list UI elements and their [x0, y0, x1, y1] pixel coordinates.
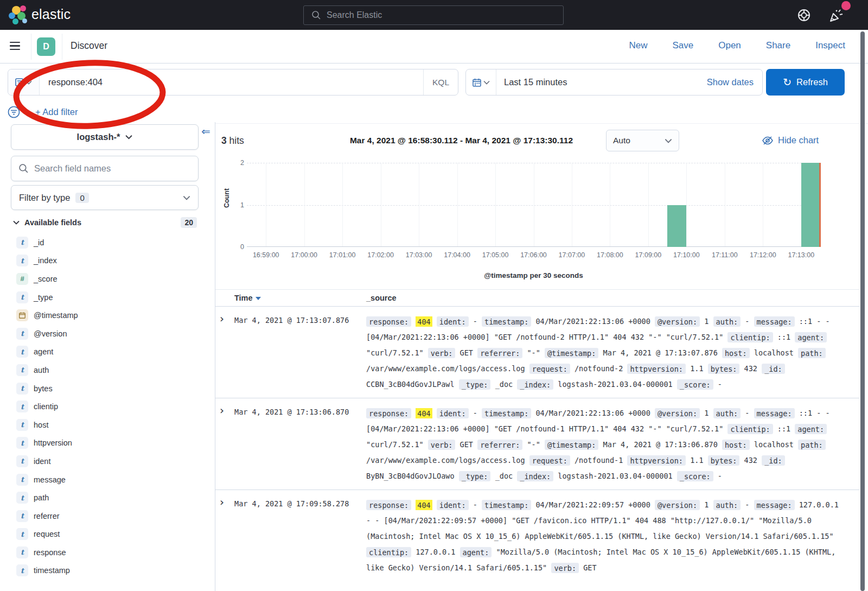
menu-icon[interactable] [10, 40, 20, 52]
histogram-bar[interactable] [801, 163, 820, 247]
sort-desc-icon [256, 297, 261, 300]
field-item-request[interactable]: trequest [16, 525, 201, 544]
source-field-name: _id: [762, 455, 785, 466]
field-item-response[interactable]: tresponse [16, 543, 201, 562]
source-field-name: _score: [677, 379, 713, 390]
expand-row-icon[interactable]: › [220, 495, 224, 509]
histogram-chart[interactable]: 21016:59:0017:00:0017:01:0017:02:0017:03… [247, 163, 820, 247]
field-item-_index[interactable]: t_index [16, 252, 201, 270]
collapse-sidebar-icon[interactable]: ⇐ [201, 125, 210, 138]
source-field-name: path: [798, 348, 826, 358]
field-item-bytes[interactable]: tbytes [16, 379, 201, 398]
x-axis-tick: 17:02:00 [367, 251, 394, 259]
field-item-@timestamp[interactable]: @timestamp [16, 306, 201, 325]
source-field-name: message: [754, 408, 795, 418]
table-row: ›Mar 4, 2021 @ 17:13:07.876response: 404… [215, 307, 860, 398]
chart-time-range: Mar 4, 2021 @ 16:58:30.112 - Mar 4, 2021… [324, 136, 598, 145]
filter-by-type-select[interactable]: Filter by type 0 [11, 185, 199, 210]
expand-row-icon[interactable]: › [220, 312, 224, 325]
nav-action-save[interactable]: Save [672, 40, 693, 51]
expand-row-icon[interactable]: › [220, 404, 224, 417]
field-item-message[interactable]: tmessage [16, 471, 201, 489]
field-item-ident[interactable]: tident [16, 452, 201, 471]
histogram-bar[interactable] [667, 205, 686, 247]
row-source: response: 404 ident: - timestamp: 04/Mar… [366, 405, 839, 484]
table-row: ›Mar 4, 2021 @ 17:09:58.278response: 404… [215, 490, 860, 581]
x-axis-tick: 17:05:00 [482, 251, 509, 259]
field-item-_score[interactable]: #_score [16, 270, 201, 288]
global-search-input[interactable]: Search Elastic [303, 5, 564, 25]
row-source: response: 404 ident: - timestamp: 04/Mar… [366, 314, 839, 392]
field-item-httpversion[interactable]: thttpversion [16, 434, 201, 453]
text-field-icon: t [16, 510, 28, 522]
field-search-placeholder: Search field names [34, 163, 111, 174]
source-field-name: _index: [517, 379, 553, 390]
source-value: ::1 [777, 424, 790, 433]
source-field-name: httpversion: [627, 455, 686, 466]
number-field-icon: # [16, 273, 28, 285]
source-field-name: referrer: [477, 348, 522, 358]
date-quick-menu-button[interactable] [466, 69, 496, 95]
nav-action-open[interactable]: Open [718, 40, 741, 51]
nav-actions: NewSaveOpenShareInspect [629, 40, 845, 51]
field-name: referrer [34, 512, 60, 520]
field-item-timestamp[interactable]: ttimestamp [16, 562, 201, 580]
field-name: _type [34, 293, 53, 302]
source-value: _doc [495, 380, 513, 389]
eye-slash-icon [762, 136, 774, 145]
source-value: 1 [704, 409, 709, 417]
field-search-input[interactable]: Search field names [11, 156, 199, 181]
text-field-icon: t [16, 419, 28, 431]
nav-action-inspect[interactable]: Inspect [815, 40, 845, 51]
field-item-@version[interactable]: t@version [16, 325, 201, 343]
help-icon[interactable] [796, 8, 812, 23]
brand-name: elastic [31, 7, 71, 22]
interval-select[interactable]: Auto [606, 130, 679, 151]
source-value: /notfound-1 [575, 456, 623, 465]
source-field-name: response: [366, 408, 411, 418]
source-field-name: clientip: [727, 332, 773, 342]
field-item-agent[interactable]: tagent [16, 343, 201, 361]
discover-app-icon[interactable]: D [37, 37, 55, 56]
x-axis-tick: 17:06:00 [520, 251, 547, 259]
source-field-name: agent: [460, 547, 492, 557]
source-value: ::1 [777, 333, 790, 341]
gridline [457, 163, 458, 247]
available-fields-header[interactable]: Available fields 20 [13, 215, 199, 230]
field-item-path[interactable]: tpath [16, 488, 201, 507]
gridline [495, 163, 496, 247]
nav-action-share[interactable]: Share [766, 40, 790, 51]
show-dates-button[interactable]: Show dates [707, 77, 762, 87]
field-item-clientip[interactable]: tclientip [16, 397, 201, 416]
refresh-button[interactable]: ↻ Refresh [766, 69, 845, 96]
source-value: GET [460, 440, 473, 449]
index-pattern-select[interactable]: logstash-* [11, 124, 199, 150]
nav-action-new[interactable]: New [629, 40, 647, 51]
text-field-icon: t [16, 346, 28, 358]
vertical-scrollbar[interactable] [860, 31, 865, 591]
field-item-auth[interactable]: tauth [16, 361, 201, 379]
field-item-_id[interactable]: t_id [16, 233, 201, 252]
source-field-name: response: [366, 316, 411, 327]
time-range-value[interactable]: Last 15 minutes [496, 77, 707, 87]
source-value: - [473, 317, 477, 326]
add-filter-button[interactable]: + Add filter [35, 107, 78, 117]
source-field-name: referrer: [477, 440, 522, 450]
column-time[interactable]: Time [234, 294, 261, 302]
field-item-referrer[interactable]: treferrer [16, 507, 201, 525]
field-item-_type[interactable]: t_type [16, 288, 201, 307]
content-divider [215, 123, 868, 124]
query-bar: response:404 KQL [8, 69, 458, 96]
source-value: 1 [704, 500, 709, 509]
source-value: ByBN_3cB04dGovJLOawo [366, 472, 455, 480]
filter-icon[interactable] [8, 106, 20, 118]
hide-chart-button[interactable]: Hide chart [762, 135, 819, 145]
source-field-name: message: [754, 316, 795, 327]
field-name: @timestamp [34, 311, 78, 320]
index-pattern-label: logstash-* [77, 132, 120, 142]
field-item-host[interactable]: thost [16, 416, 201, 434]
saved-query-menu-button[interactable] [8, 69, 40, 95]
query-input[interactable]: response:404 [40, 69, 423, 95]
kql-language-button[interactable]: KQL [423, 69, 458, 95]
whats-new-icon[interactable] [828, 8, 844, 24]
